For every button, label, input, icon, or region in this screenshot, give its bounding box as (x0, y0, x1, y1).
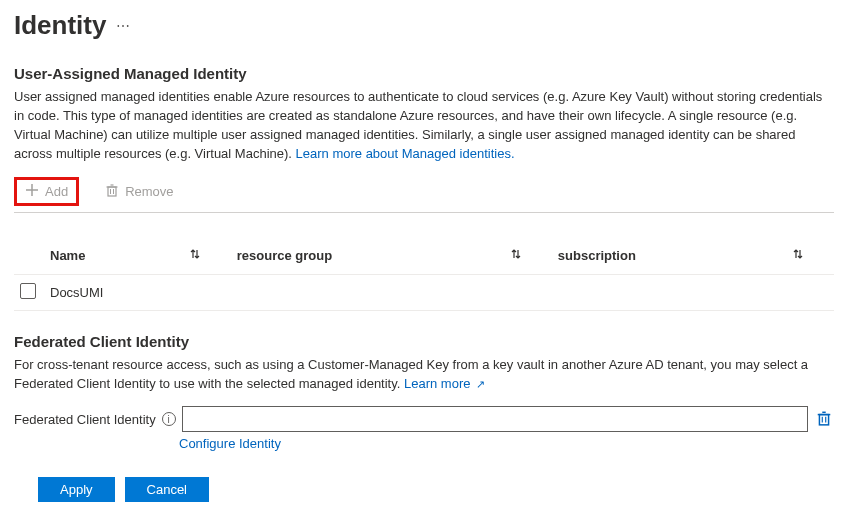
remove-label: Remove (125, 184, 173, 199)
external-link-icon: ↗ (472, 378, 484, 390)
sort-icon[interactable] (189, 247, 201, 264)
svg-rect-2 (108, 187, 116, 196)
page-title: Identity (14, 10, 106, 41)
svg-rect-7 (819, 414, 828, 424)
configure-identity-link[interactable]: Configure Identity (179, 436, 281, 451)
fci-description: For cross-tenant resource access, such a… (14, 356, 834, 394)
plus-icon (25, 183, 39, 200)
uami-description: User assigned managed identities enable … (14, 88, 834, 163)
uami-heading: User-Assigned Managed Identity (14, 65, 834, 82)
identities-table: Name resource group subscription DocsU (14, 239, 834, 311)
add-label: Add (45, 184, 68, 199)
apply-button[interactable]: Apply (38, 477, 115, 502)
trash-icon (105, 183, 119, 200)
col-sub: subscription (558, 248, 636, 263)
fci-input[interactable] (182, 406, 808, 432)
col-name: Name (50, 248, 85, 263)
info-icon[interactable]: i (162, 412, 176, 426)
cancel-button[interactable]: Cancel (125, 477, 209, 502)
remove-button[interactable]: Remove (97, 180, 181, 203)
more-icon[interactable]: ⋯ (116, 18, 130, 34)
uami-toolbar: Add Remove (14, 173, 834, 213)
sort-icon[interactable] (510, 247, 522, 264)
table-row[interactable]: DocsUMI (14, 275, 834, 311)
col-rg: resource group (237, 248, 332, 263)
clear-fci-button[interactable] (814, 408, 834, 431)
fci-field-label: Federated Client Identity (14, 412, 156, 427)
cell-name: DocsUMI (44, 275, 231, 311)
learn-more-managed-identities-link[interactable]: Learn more about Managed identities. (296, 146, 515, 161)
row-checkbox[interactable] (20, 283, 36, 299)
add-button[interactable]: Add (14, 177, 79, 206)
learn-more-fci-link[interactable]: Learn more ↗ (404, 376, 485, 391)
fci-heading: Federated Client Identity (14, 333, 834, 350)
sort-icon[interactable] (792, 247, 804, 264)
